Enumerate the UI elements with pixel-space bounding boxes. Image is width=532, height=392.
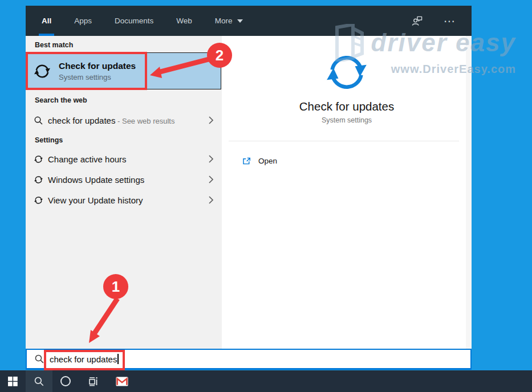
- tab-all[interactable]: All: [39, 6, 54, 36]
- tab-more-label: More: [215, 17, 233, 25]
- best-match-result[interactable]: Check for updates System settings: [26, 52, 221, 89]
- settings-result-label: Change active hours: [48, 154, 127, 164]
- search-filter-bar: All Apps Documents Web More ⋯: [26, 6, 472, 36]
- settings-result-update-history[interactable]: View your Update history: [26, 190, 222, 210]
- chevron-right-icon[interactable]: [208, 195, 214, 205]
- chevron-down-icon: [237, 19, 243, 23]
- chevron-right-icon[interactable]: [208, 154, 214, 164]
- section-label-best-match: Best match: [35, 41, 73, 49]
- open-action-label: Open: [258, 157, 277, 165]
- feedback-icon[interactable]: [411, 15, 423, 26]
- task-view-icon: [87, 375, 99, 387]
- tab-more[interactable]: More: [212, 6, 246, 36]
- settings-result-label: Windows Update settings: [48, 175, 144, 185]
- chevron-right-icon[interactable]: [208, 175, 214, 184]
- taskbar-search-button[interactable]: [26, 370, 52, 392]
- tab-all-label: All: [42, 17, 51, 25]
- desktop: All Apps Documents Web More ⋯ Best match: [0, 0, 532, 392]
- tab-documents-label: Documents: [115, 17, 153, 25]
- web-search-result[interactable]: check for updates - See web results: [26, 110, 222, 130]
- search-input[interactable]: check for updates: [26, 349, 472, 370]
- preview-title: Check for updates: [222, 100, 472, 113]
- search-icon: [34, 376, 44, 387]
- cortana-button[interactable]: [58, 370, 74, 392]
- settings-result-label: View your Update history: [48, 195, 143, 205]
- start-button[interactable]: [0, 370, 26, 392]
- scrollbar-track[interactable]: [466, 36, 472, 349]
- gmail-taskbar-button[interactable]: [114, 370, 130, 392]
- search-input-value: check for updates: [50, 354, 117, 364]
- result-preview-pane: Check for updates System settings Open: [222, 36, 472, 349]
- gmail-icon: [116, 377, 128, 386]
- chevron-right-icon[interactable]: [208, 116, 214, 125]
- section-label-search-web: Search the web: [35, 96, 87, 104]
- web-query: check for updates: [48, 116, 115, 125]
- divider: [229, 141, 459, 141]
- search-icon: [34, 116, 43, 125]
- tab-web-label: Web: [176, 17, 192, 25]
- tab-documents[interactable]: Documents: [112, 6, 156, 36]
- filter-tabs: All Apps Documents Web More: [39, 6, 246, 36]
- best-match-title: Check for updates: [59, 61, 136, 71]
- search-results-list: Best match Check for updates System sett…: [26, 36, 222, 349]
- settings-result-windows-update[interactable]: Windows Update settings: [26, 169, 222, 190]
- web-suffix: - See web results: [115, 117, 174, 125]
- sync-icon: [33, 62, 51, 80]
- tab-web[interactable]: Web: [173, 6, 195, 36]
- open-in-new-icon: [242, 156, 251, 166]
- sync-icon: [34, 195, 43, 205]
- cortana-icon: [60, 376, 71, 386]
- open-action[interactable]: Open: [222, 149, 466, 172]
- more-options-icon[interactable]: ⋯: [444, 15, 457, 27]
- windows-logo-icon: [8, 377, 18, 386]
- section-label-settings: Settings: [35, 136, 63, 144]
- settings-result-change-active-hours[interactable]: Change active hours: [26, 149, 222, 169]
- task-view-button[interactable]: [85, 370, 101, 392]
- search-flyout: All Apps Documents Web More ⋯ Best match: [26, 6, 472, 370]
- sync-icon: [319, 50, 374, 95]
- text-cursor: [117, 354, 119, 364]
- taskbar: [0, 370, 532, 392]
- tab-apps-label: Apps: [74, 17, 92, 25]
- sync-icon: [34, 175, 43, 185]
- search-icon: [34, 354, 44, 364]
- sync-icon: [34, 154, 43, 164]
- preview-subtitle: System settings: [222, 116, 472, 124]
- tab-apps[interactable]: Apps: [71, 6, 95, 36]
- best-match-subtitle: System settings: [59, 73, 136, 81]
